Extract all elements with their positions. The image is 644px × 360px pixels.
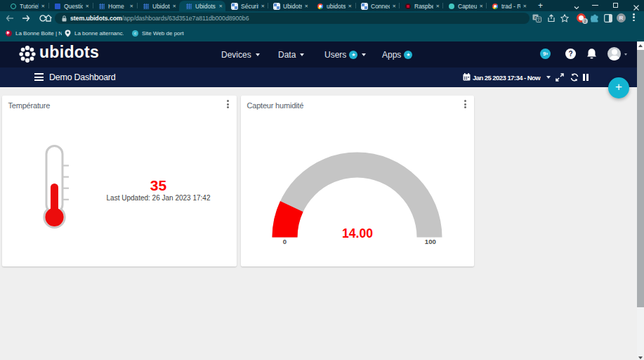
- svg-text:100: 100: [425, 238, 436, 245]
- svg-text:文: 文: [537, 17, 541, 22]
- svg-text:0: 0: [283, 238, 287, 245]
- svg-text:14.00: 14.00: [342, 226, 373, 240]
